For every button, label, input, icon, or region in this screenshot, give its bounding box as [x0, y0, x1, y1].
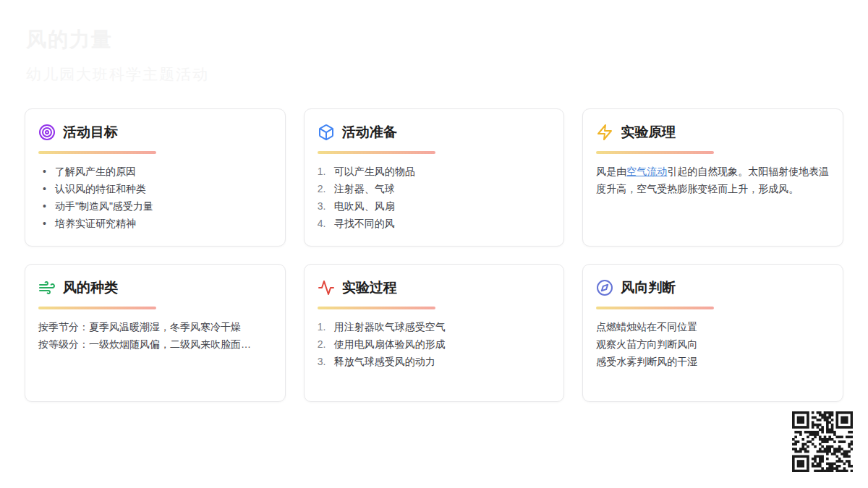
card-wind-direction: 风向判断 点燃蜡烛站在不同位置 观察火苗方向判断风向 感受水雾判断风的干湿: [582, 264, 843, 402]
air-flow-link[interactable]: 空气流动: [626, 166, 667, 177]
list-item: 注射器、气球: [318, 180, 551, 197]
bullet-list: 了解风产生的原因 认识风的特征和种类 动手"制造风"感受力量 培养实证研究精神: [38, 163, 272, 232]
list-item: 了解风产生的原因: [38, 163, 272, 180]
wind-direction-line: 点燃蜡烛站在不同位置: [596, 318, 830, 335]
box-icon: [318, 124, 335, 141]
page-subtitle: 幼儿园大班科学主题活动: [26, 64, 209, 85]
card-title: 活动目标: [63, 123, 118, 142]
list-item: 可以产生风的物品: [318, 163, 551, 180]
wind-icon: [38, 279, 56, 296]
card-title: 实验原理: [621, 123, 676, 142]
principle-text: 风是由空气流动引起的自然现象。太阳辐射使地表温度升高，空气受热膨胀变轻而上升，形…: [596, 163, 830, 197]
card-header: 风向判断: [596, 278, 830, 297]
title-underline: [318, 151, 435, 154]
card-experiment-process: 实验过程 用注射器吹气球感受空气 使用电风扇体验风的形成 释放气球感受风的动力: [304, 264, 565, 402]
wind-direction-line: 观察火苗方向判断风向: [596, 335, 830, 353]
lightning-icon: [596, 124, 613, 141]
list-item: 释放气球感受风的动力: [318, 353, 551, 370]
title-underline: [318, 307, 435, 309]
numbered-list: 可以产生风的物品 注射器、气球 电吹风、风扇 寻找不同的风: [318, 163, 551, 232]
card-header: 风的种类: [38, 278, 272, 297]
compass-icon: [596, 279, 613, 296]
title-underline: [38, 151, 156, 154]
pulse-icon: [318, 279, 335, 296]
card-title: 风向判断: [621, 278, 676, 297]
list-item: 动手"制造风"感受力量: [38, 197, 272, 215]
title-underline: [38, 307, 156, 309]
title-underline: [596, 307, 714, 309]
card-experiment-principle: 实验原理 风是由空气流动引起的自然现象。太阳辐射使地表温度升高，空气受热膨胀变轻…: [582, 108, 843, 247]
list-item: 寻找不同的风: [318, 215, 551, 232]
card-header: 活动目标: [38, 123, 272, 142]
card-title: 实验过程: [342, 278, 397, 297]
card-activity-goals: 活动目标 了解风产生的原因 认识风的特征和种类 动手"制造风"感受力量 培养实证…: [25, 108, 286, 247]
page-header: 风的力量 幼儿园大班科学主题活动: [26, 26, 209, 85]
card-activity-preparation: 活动准备 可以产生风的物品 注射器、气球 电吹风、风扇 寻找不同的风: [304, 108, 565, 247]
target-icon: [38, 124, 56, 141]
list-item: 用注射器吹气球感受空气: [318, 318, 551, 335]
card-header: 活动准备: [318, 123, 551, 142]
card-header: 实验过程: [318, 278, 551, 297]
card-grid: 活动目标 了解风产生的原因 认识风的特征和种类 动手"制造风"感受力量 培养实证…: [25, 108, 843, 402]
text-before-link: 风是由: [596, 166, 626, 177]
wind-type-line: 按等级分：一级炊烟随风偏，二级风来吹脸面…: [38, 335, 272, 353]
qr-code: [792, 411, 853, 472]
list-item: 电吹风、风扇: [318, 197, 551, 215]
card-wind-types: 风的种类 按季节分：夏季风温暖潮湿，冬季风寒冷干燥 按等级分：一级炊烟随风偏，二…: [25, 264, 286, 402]
card-title: 风的种类: [63, 278, 118, 297]
list-item: 使用电风扇体验风的形成: [318, 335, 551, 353]
wind-direction-line: 感受水雾判断风的干湿: [596, 353, 830, 370]
title-underline: [596, 151, 714, 154]
page-title: 风的力量: [26, 26, 209, 53]
numbered-list: 用注射器吹气球感受空气 使用电风扇体验风的形成 释放气球感受风的动力: [318, 318, 551, 370]
card-title: 活动准备: [342, 123, 397, 142]
list-item: 培养实证研究精神: [38, 215, 272, 232]
wind-type-line: 按季节分：夏季风温暖潮湿，冬季风寒冷干燥: [38, 318, 272, 335]
card-header: 实验原理: [596, 123, 830, 142]
list-item: 认识风的特征和种类: [38, 180, 272, 197]
